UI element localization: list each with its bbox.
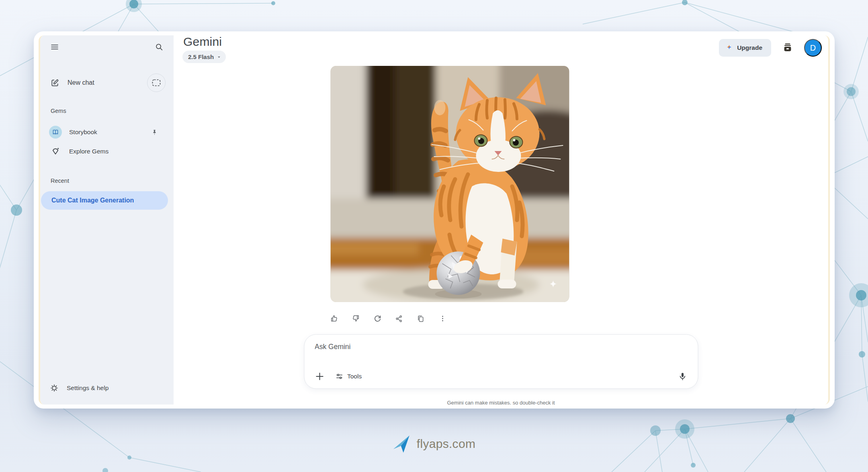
pin-button[interactable] [149, 127, 159, 137]
generated-cat-image[interactable] [330, 66, 569, 302]
account-avatar[interactable]: D [804, 39, 822, 57]
share-button[interactable] [392, 313, 406, 325]
add-attachment-button[interactable] [313, 370, 326, 383]
regenerate-button[interactable] [371, 313, 384, 325]
microphone-icon [678, 372, 687, 381]
new-chat-button[interactable] [50, 78, 59, 88]
gems-section-label: Gems [48, 108, 166, 114]
storybook-gem-avatar [49, 126, 62, 139]
sidebar-item-explore-gems[interactable]: Explore Gems [48, 144, 166, 159]
tools-button[interactable]: Tools [335, 372, 362, 381]
menu-button[interactable] [50, 42, 59, 52]
pin-icon [151, 129, 158, 136]
refresh-icon [373, 314, 382, 323]
screenshot-frame-card: New chat Gems Storybook [34, 31, 835, 409]
search-button[interactable] [154, 42, 164, 52]
more-options-button[interactable] [436, 313, 449, 325]
page-title: Gemini [183, 35, 222, 49]
tools-label: Tools [347, 373, 362, 380]
plus-icon [314, 371, 325, 382]
new-chat-label[interactable]: New chat [68, 79, 147, 86]
dashed-frame-icon [152, 79, 161, 86]
flyaps-site-label: flyaps.com [417, 437, 475, 451]
explore-gems-icon [51, 147, 60, 156]
upgrade-button[interactable]: Upgrade [719, 39, 771, 57]
composer-toolbar: Tools [313, 370, 689, 383]
microphone-button[interactable] [676, 370, 689, 383]
hamburger-icon [50, 43, 59, 51]
paper-plane-icon [393, 435, 412, 453]
sidebar-item-label: Storybook [69, 129, 149, 136]
header-actions: Upgrade D [719, 39, 822, 57]
upgrade-label: Upgrade [737, 44, 762, 51]
new-chat-row: New chat [48, 74, 166, 92]
print-button[interactable] [782, 42, 794, 54]
sidebar: New chat Gems Storybook [40, 35, 174, 405]
settings-help-label: Settings & help [67, 384, 108, 392]
thumbs-down-icon [351, 314, 360, 323]
settings-help-button[interactable]: Settings & help [48, 382, 166, 394]
gear-icon [50, 384, 59, 392]
thumbs-up-button[interactable] [327, 313, 341, 325]
recent-section-label: Recent [48, 178, 166, 184]
more-vert-icon [438, 315, 446, 323]
storybook-book-icon [52, 129, 59, 136]
printer-icon [782, 42, 793, 53]
thumbs-down-button[interactable] [349, 313, 362, 325]
model-selector[interactable]: 2.5 Flash [182, 51, 226, 63]
new-chat-icon [50, 78, 59, 88]
disclaimer-text: Gemini can make mistakes, so double-chec… [304, 400, 698, 405]
sparkle-icon [725, 44, 733, 52]
flyaps-watermark: flyaps.com [393, 435, 475, 453]
prompt-composer: Tools [304, 334, 698, 389]
response-actions [327, 313, 698, 325]
sidebar-item-label: Explore Gems [69, 148, 166, 155]
thumbs-up-icon [330, 314, 338, 323]
sidebar-item-recent-chat-selected[interactable]: Cute Cat Image Generation [41, 191, 168, 210]
prompt-input[interactable] [315, 343, 596, 351]
collapse-panel-button[interactable] [147, 74, 166, 92]
model-selector-label: 2.5 Flash [188, 53, 214, 60]
cat-photo-illustration [330, 66, 569, 302]
tune-icon [335, 372, 344, 381]
sidebar-item-storybook[interactable]: Storybook [48, 125, 166, 140]
gemini-app-window: New chat Gems Storybook [39, 35, 830, 405]
chevron-down-icon [216, 54, 222, 60]
copy-icon [417, 315, 425, 323]
copy-button[interactable] [414, 313, 428, 325]
search-icon [155, 43, 164, 51]
page: { "sidebar": { "new_chat_label": "New ch… [0, 0, 868, 472]
share-icon [395, 315, 403, 323]
conversation: Tools Gemini can make mistakes, so doubl… [304, 66, 698, 405]
main-pane: Gemini 2.5 Flash Upgrade [174, 35, 828, 405]
